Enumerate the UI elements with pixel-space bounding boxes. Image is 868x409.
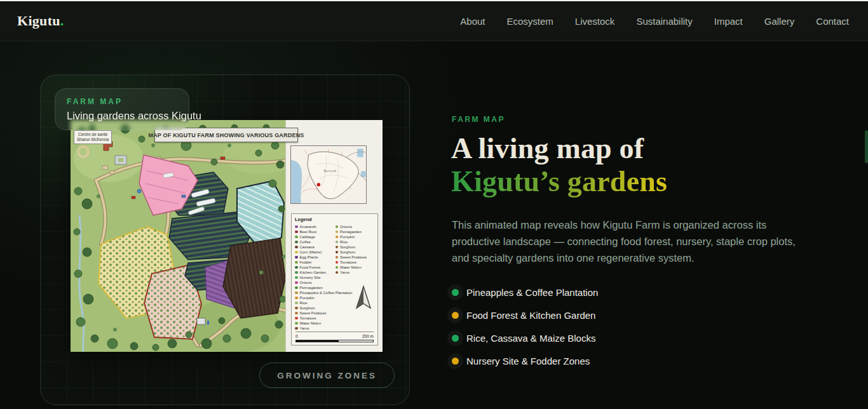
legend-item: Rice [295, 300, 334, 305]
brand-dot: . [60, 13, 64, 29]
legend-item: Pineapples & Coffee Plantation [295, 290, 334, 295]
nav-link[interactable]: Sustainability [636, 16, 692, 27]
legend-swatch-icon [295, 307, 298, 310]
farm-map-card: FARM MAP Living gardens across Kigutu [40, 74, 410, 405]
legend-item: Sorghum [295, 305, 334, 311]
nav-link[interactable]: Livestock [575, 16, 615, 27]
legend-swatch-icon [295, 276, 298, 279]
nav-link[interactable]: Gallery [764, 16, 795, 27]
nav-link[interactable]: About [460, 16, 485, 27]
hero-section: FARM MAP Living gardens across Kigutu [0, 41, 868, 409]
farm-map-badge: FARM MAP Living gardens across Kigutu [55, 88, 189, 130]
zone-list-item: Nursery Site & Fodder Zones [452, 354, 598, 367]
legend-swatch-icon [295, 261, 298, 264]
legend-item: Egg Plants [295, 255, 334, 260]
legend-item: Kitchen Garden [295, 270, 334, 275]
zone-bullet-icon [452, 312, 459, 319]
legend-swatch-icon [295, 241, 298, 244]
nav-link[interactable]: Impact [714, 16, 743, 27]
legend-swatch-icon [295, 302, 298, 305]
legend-item: Sweet Potatoes [336, 255, 375, 260]
legend-swatch-icon [295, 322, 298, 325]
zone-label: Rice, Cassava & Maize Blocks [466, 333, 595, 344]
page-title-line1: A living map of [451, 132, 667, 165]
legend-item: Onions [295, 280, 334, 285]
legend-item: Tomatoes [295, 316, 334, 321]
scale-bar-rule [295, 340, 374, 342]
nav-link[interactable]: Contact [816, 16, 849, 27]
legend-item: Coffee [295, 239, 334, 245]
legend-swatch-icon [295, 297, 298, 300]
legend-item: Sweet Potatoes [295, 311, 334, 316]
legend-item: Fodder [295, 260, 334, 265]
legend-item: Yams [336, 270, 375, 275]
legend-swatch-icon [295, 246, 298, 249]
legend-swatch-icon [295, 317, 298, 320]
legend-item: Food Forest [295, 265, 334, 270]
zone-label: Nursery Site & Fodder Zones [466, 356, 590, 366]
map-side-panel: Burundi Legend Amaranth [285, 120, 383, 352]
legend-title: Legend [295, 217, 374, 222]
scale-bar: 0 200 m [295, 332, 374, 342]
legend-item: Pumpkin [336, 234, 375, 239]
main-nav: AboutEcosystemLivestockSustainabilityImp… [460, 16, 849, 27]
legend-item: Rice [336, 239, 375, 245]
legend-swatch-icon [295, 327, 298, 330]
legend-swatch-icon [295, 286, 298, 290]
legend-swatch-icon [336, 271, 339, 274]
scrollbar-thumb[interactable] [865, 130, 868, 163]
legend-item: Onions [336, 224, 375, 229]
nav-link[interactable]: Ecosystem [506, 16, 553, 27]
legend-item: Permagarden [295, 285, 334, 290]
farm-map-image: MAP OF KIGUTU FARM SHOWING VARIOUS GARDE… [71, 120, 383, 352]
map-site-label: Centre de santé Sharon McKenna [74, 130, 112, 144]
svg-text:Burundi: Burundi [323, 169, 336, 173]
legend-swatch-icon [336, 256, 339, 259]
legend-swatch-icon [295, 236, 298, 239]
legend-swatch-icon [295, 292, 298, 295]
badge-title: Living gardens across Kigutu [67, 110, 177, 122]
legend-item: Cabbage [295, 234, 334, 239]
legend-swatch-icon [336, 231, 339, 234]
zone-list-item: Food Forest & Kitchen Garden [452, 309, 598, 321]
compass-icon [353, 285, 374, 311]
zone-list-item: Pineapples & Coffee Plantation [452, 286, 598, 298]
navbar: Kigutu. AboutEcosystemLivestockSustainab… [0, 1, 868, 41]
legend-swatch-icon [295, 225, 298, 229]
legend-swatch-icon [336, 246, 339, 249]
legend-swatch-icon [336, 261, 339, 264]
legend-item: Water Melon [336, 265, 375, 270]
legend-item: Water Melon [295, 321, 334, 326]
map-inset-locator: Burundi [290, 145, 367, 204]
zone-bullet-icon [452, 289, 459, 296]
zone-bullet-icon [452, 335, 459, 342]
page-title: A living map of Kigutu’s gardens [451, 132, 667, 198]
legend-column-2: Onions Peinagarden Pumpkin [336, 224, 375, 331]
legend-swatch-icon [336, 241, 339, 244]
legend-swatch-icon [295, 231, 298, 234]
farm-map-illustration [71, 120, 285, 352]
legend-item: Yams [295, 326, 334, 331]
legend-item: Beet Root [295, 229, 334, 234]
zone-label: Food Forest & Kitchen Garden [466, 310, 595, 321]
brand-logo[interactable]: Kigutu. [17, 13, 64, 29]
legend-swatch-icon [295, 281, 298, 285]
zone-bullet-icon [452, 358, 459, 365]
zone-list: Pineapples & Coffee Plantation Food Fore… [452, 286, 598, 377]
badge-eyebrow: FARM MAP [67, 97, 177, 106]
map-legend: Legend Amaranth [291, 213, 378, 345]
legend-swatch-icon [336, 251, 339, 254]
legend-item: Cassava [295, 245, 334, 250]
legend-swatch-icon [336, 266, 339, 269]
legend-swatch-icon [295, 312, 298, 315]
zone-list-item: Rice, Cassava & Maize Blocks [452, 332, 598, 344]
section-description: This animated map reveals how Kigutu Far… [452, 217, 808, 266]
legend-item: Amaranth [295, 224, 334, 229]
growing-zones-button[interactable]: GROWING ZONES [259, 363, 395, 388]
legend-swatch-icon [295, 266, 298, 269]
legend-swatch-icon [336, 236, 339, 239]
inset-map-icon: Burundi [291, 146, 366, 203]
legend-item: Corn (Maize) [295, 250, 334, 255]
page-title-line2: Kigutu’s gardens [451, 165, 667, 198]
legend-item: Sorghum [336, 250, 375, 255]
